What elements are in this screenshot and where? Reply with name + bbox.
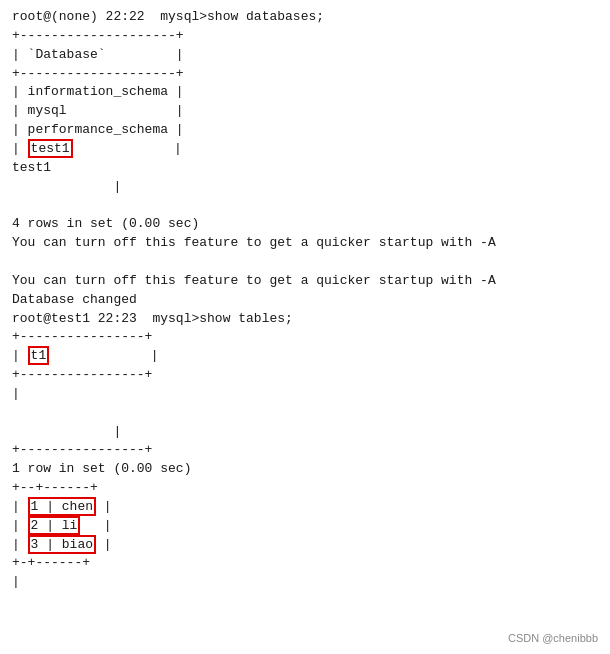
- line-21: | t1 |: [12, 347, 598, 366]
- line-2: +--------------------+: [12, 27, 598, 46]
- line-18: Database changed: [12, 291, 598, 310]
- line-23: |: [12, 385, 598, 404]
- line-8-post: |: [73, 141, 182, 156]
- line-32: | 3 | biao |: [12, 536, 598, 555]
- line-20: +----------------+: [12, 328, 598, 347]
- line-24: [12, 404, 598, 423]
- line-12: 4 rows in set (0.00 sec): [12, 215, 598, 234]
- line-8: | test1 |: [12, 140, 598, 159]
- line-4: +--------------------+: [12, 65, 598, 84]
- row1-highlight: 1 | chen: [28, 497, 96, 516]
- line-26: +----------------+: [12, 441, 598, 460]
- line-8-pre: |: [12, 141, 28, 156]
- row2-highlight: 2 | li: [28, 516, 81, 535]
- line-22: +----------------+: [12, 366, 598, 385]
- line-6: | mysql |: [12, 102, 598, 121]
- line-7: | performance_schema |: [12, 121, 598, 140]
- line-21-pre: |: [12, 348, 28, 363]
- line-21-post: |: [49, 348, 158, 363]
- watermark: CSDN @chenibbb: [508, 632, 598, 644]
- line-30: | 1 | chen |: [12, 498, 598, 517]
- line-5: | information_schema |: [12, 83, 598, 102]
- line-25: |: [12, 423, 598, 442]
- terminal-window: root@(none) 22:22 mysql>show databases; …: [0, 0, 610, 654]
- line-3: | `Database` |: [12, 46, 598, 65]
- line-14: You can turn off this feature to get a q…: [12, 234, 598, 253]
- line-27: 1 row in set (0.00 sec): [12, 460, 598, 479]
- test1-highlight: test1: [28, 139, 73, 158]
- off-text: off: [113, 235, 136, 250]
- line-29: +--+------+: [12, 479, 598, 498]
- line-33: +-+------+: [12, 554, 598, 573]
- line-16: You can turn off this feature to get a q…: [12, 272, 598, 291]
- line-10: |: [12, 178, 598, 197]
- row3-highlight: 3 | biao: [28, 535, 96, 554]
- line-31: | 2 | li |: [12, 517, 598, 536]
- line-11: [12, 196, 598, 215]
- t1-highlight: t1: [28, 346, 50, 365]
- line-9: test1: [12, 159, 598, 178]
- line-1: root@(none) 22:22 mysql>show databases;: [12, 8, 598, 27]
- line-34: |: [12, 573, 598, 592]
- line-15: [12, 253, 598, 272]
- line-19: root@test1 22:23 mysql>show tables;: [12, 310, 598, 329]
